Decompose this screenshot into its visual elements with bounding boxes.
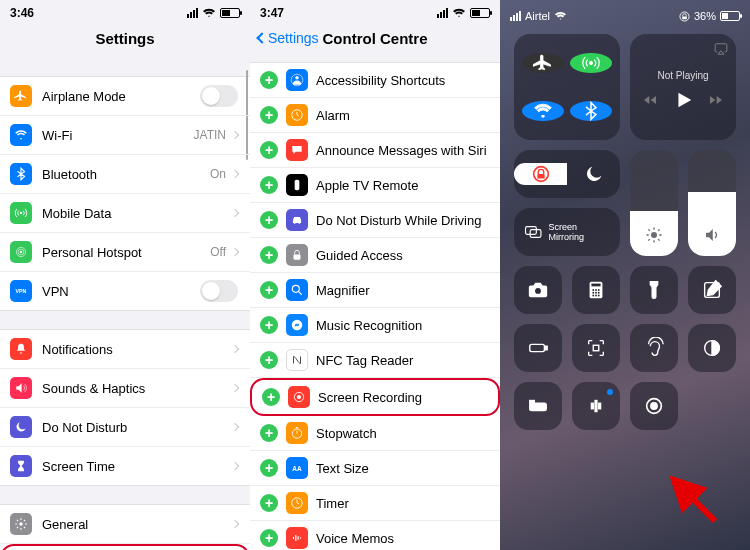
control-row-apple-tv-remote[interactable]: +Apple TV Remote (250, 168, 500, 203)
row-label: Text Size (316, 461, 488, 476)
add-button[interactable]: + (260, 529, 278, 547)
cellular-data-button[interactable] (570, 53, 612, 73)
chevron-right-icon (231, 520, 239, 528)
settings-row-vpn[interactable]: VPNVPN (0, 272, 250, 310)
settings-row-wi-fi[interactable]: Wi-FiJATIN (0, 116, 250, 155)
next-track-icon[interactable] (708, 92, 724, 108)
control-row-stopwatch[interactable]: +Stopwatch (250, 416, 500, 451)
svg-line-23 (299, 292, 302, 295)
clock: 3:47 (260, 6, 284, 20)
bluetooth-button[interactable] (570, 101, 612, 121)
svg-rect-39 (682, 16, 687, 19)
svg-rect-56 (591, 284, 600, 287)
wifi-icon (10, 124, 32, 146)
settings-row-notifications[interactable]: Notifications (0, 330, 250, 369)
add-button[interactable]: + (260, 71, 278, 89)
svg-point-20 (298, 222, 300, 224)
control-row-screen-recording[interactable]: +Screen Recording (250, 378, 500, 416)
airplay-icon[interactable] (714, 42, 728, 56)
control-row-do-not-disturb-while-driving[interactable]: +Do Not Disturb While Driving (250, 203, 500, 238)
add-button[interactable]: + (260, 176, 278, 194)
control-row-voice-memos[interactable]: +Voice Memos (250, 521, 500, 550)
settings-row-sounds-haptics[interactable]: Sounds & Haptics (0, 369, 250, 408)
settings-row-personal-hotspot[interactable]: Personal HotspotOff (0, 233, 250, 272)
low-power-button[interactable] (514, 324, 562, 372)
settings-row-do-not-disturb[interactable]: Do Not Disturb (0, 408, 250, 447)
add-button[interactable]: + (260, 281, 278, 299)
control-row-alarm[interactable]: +Alarm (250, 98, 500, 133)
settings-row-control-centre[interactable]: Control Centre (0, 544, 250, 550)
wifi-button[interactable] (522, 101, 564, 121)
chevron-right-icon (231, 423, 239, 431)
toggle-switch[interactable] (200, 280, 238, 302)
control-row-music-recognition[interactable]: +Music Recognition (250, 308, 500, 343)
add-button[interactable]: + (260, 141, 278, 159)
svg-rect-67 (530, 344, 545, 351)
add-button[interactable]: + (262, 388, 280, 406)
control-row-text-size[interactable]: +AAText Size (250, 451, 500, 486)
orientation-lock-button[interactable] (514, 163, 567, 185)
volume-slider[interactable] (688, 150, 736, 256)
add-button[interactable]: + (260, 106, 278, 124)
back-button[interactable]: Settings (258, 30, 319, 46)
control-row-guided-access[interactable]: +Guided Access (250, 238, 500, 273)
nav-bar: Settings (0, 22, 250, 58)
chevron-right-icon (231, 248, 239, 256)
qr-scanner-button[interactable] (572, 324, 620, 372)
brightness-slider[interactable] (630, 150, 678, 256)
shazam-button[interactable] (572, 382, 620, 430)
prev-track-icon[interactable] (642, 92, 658, 108)
screen-record-button[interactable] (630, 382, 678, 430)
add-button[interactable]: + (260, 316, 278, 334)
control-row-timer[interactable]: +Timer (250, 486, 500, 521)
airplane-mode-button[interactable] (522, 53, 564, 73)
add-button[interactable]: + (260, 246, 278, 264)
svg-line-52 (648, 239, 650, 241)
media-tile[interactable]: Not Playing (630, 34, 736, 140)
svg-point-15 (295, 76, 299, 80)
add-button[interactable]: + (260, 494, 278, 512)
settings-group-notifications: NotificationsSounds & HapticsDo Not Dist… (0, 329, 250, 486)
svg-point-0 (20, 212, 22, 214)
record-icon (288, 386, 310, 408)
screen-mirroring-label: Screen Mirroring (548, 222, 610, 242)
hearing-button[interactable] (630, 324, 678, 372)
screen-mirroring-button[interactable]: Screen Mirroring (514, 208, 620, 256)
flashlight-button[interactable] (630, 266, 678, 314)
svg-point-54 (535, 288, 541, 294)
settings-row-screen-time[interactable]: Screen Time (0, 447, 250, 485)
toggle-switch[interactable] (200, 85, 238, 107)
row-label: Do Not Disturb While Driving (316, 213, 488, 228)
svg-rect-74 (595, 401, 597, 412)
row-label: Voice Memos (316, 531, 488, 546)
controls-row-2 (514, 324, 736, 372)
settings-row-airplane-mode[interactable]: Airplane Mode (0, 77, 250, 116)
clock-icon (286, 104, 308, 126)
svg-point-59 (598, 289, 600, 291)
control-row-announce-messages-with-siri[interactable]: +Announce Messages with Siri (250, 133, 500, 168)
add-button[interactable]: + (260, 351, 278, 369)
camera-button[interactable] (514, 266, 562, 314)
do-not-disturb-button[interactable] (567, 163, 620, 185)
dark-mode-button[interactable] (688, 324, 736, 372)
add-button[interactable]: + (260, 424, 278, 442)
calculator-button[interactable] (572, 266, 620, 314)
svg-point-57 (592, 289, 594, 291)
remote-icon (286, 174, 308, 196)
add-button[interactable]: + (260, 459, 278, 477)
play-icon[interactable] (672, 89, 694, 111)
settings-row-general[interactable]: General (0, 505, 250, 544)
control-row-magnifier[interactable]: +Magnifier (250, 273, 500, 308)
svg-rect-72 (530, 401, 535, 404)
add-button[interactable]: + (260, 211, 278, 229)
control-row-accessibility-shortcuts[interactable]: +Accessibility Shortcuts (250, 63, 500, 98)
wifi-icon (554, 11, 567, 21)
connectivity-tile[interactable] (514, 34, 620, 140)
row-label: Screen Recording (318, 390, 486, 405)
settings-row-bluetooth[interactable]: BluetoothOn (0, 155, 250, 194)
svg-rect-75 (599, 403, 601, 409)
notes-button[interactable] (688, 266, 736, 314)
sleep-button[interactable] (514, 382, 562, 430)
settings-row-mobile-data[interactable]: Mobile Data (0, 194, 250, 233)
control-row-nfc-tag-reader[interactable]: +NFC Tag Reader (250, 343, 500, 378)
